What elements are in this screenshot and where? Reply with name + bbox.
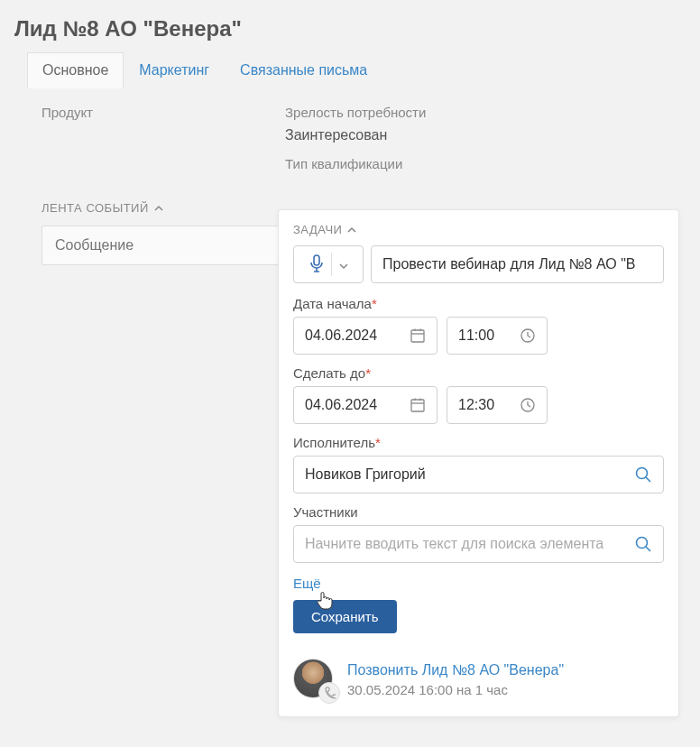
- chevron-up-icon: [347, 223, 356, 236]
- save-button[interactable]: Сохранить: [293, 600, 397, 633]
- tasks-header-text: ЗАДАЧИ: [293, 223, 342, 236]
- due-time-value: 12:30: [458, 397, 494, 413]
- svg-rect-1: [411, 330, 424, 342]
- due-date-label: Сделать до*: [293, 365, 664, 381]
- search-icon[interactable]: [634, 466, 652, 484]
- svg-line-14: [646, 547, 650, 551]
- participants-label: Участники: [293, 504, 664, 520]
- start-time-value: 11:00: [458, 327, 494, 344]
- chevron-up-icon: [154, 201, 163, 215]
- feed-header-text: ЛЕНТА СОБЫТИЙ: [41, 201, 149, 215]
- maturity-value: Заинтересован: [285, 127, 673, 143]
- voice-input-button[interactable]: [293, 245, 364, 283]
- participants-placeholder: Начните вводить текст для поиска элемент…: [305, 536, 603, 552]
- assignee-label: Исполнитель*: [293, 435, 664, 450]
- participants-input[interactable]: Начните вводить текст для поиска элемент…: [293, 525, 664, 563]
- calendar-icon: [410, 327, 426, 344]
- qualification-label: Тип квалификации: [285, 156, 673, 171]
- tab-related-emails[interactable]: Связанные письма: [225, 52, 382, 88]
- page-title: Лид №8 АО "Венера": [0, 0, 700, 52]
- existing-task-title[interactable]: Позвонить Лид №8 АО "Венера": [347, 662, 564, 678]
- chevron-down-icon: [339, 257, 348, 272]
- calendar-icon: [410, 397, 426, 413]
- message-input[interactable]: [41, 226, 285, 265]
- due-time-input[interactable]: 12:30: [447, 386, 548, 424]
- assignee-value: Новиков Григорий: [305, 466, 426, 483]
- microphone-icon: [309, 254, 324, 275]
- due-date-input[interactable]: 04.06.2024: [293, 386, 438, 424]
- tab-main[interactable]: Основное: [27, 52, 124, 88]
- tabs: Основное Маркетинг Связанные письма: [13, 52, 700, 88]
- due-date-value: 04.06.2024: [305, 397, 377, 413]
- search-icon[interactable]: [634, 535, 652, 553]
- phone-icon: [318, 682, 340, 704]
- tasks-panel: ЗАДАЧИ Дата начала* 04.06.2024 11:00: [278, 209, 679, 717]
- svg-point-13: [637, 538, 648, 549]
- existing-task-meta: 30.05.2024 16:00 на 1 час: [347, 682, 564, 697]
- svg-line-12: [646, 477, 650, 482]
- more-link[interactable]: Ещё: [293, 576, 321, 591]
- svg-point-11: [637, 468, 648, 479]
- clock-icon: [520, 397, 536, 413]
- start-date-input[interactable]: 04.06.2024: [293, 317, 438, 355]
- clock-icon: [520, 327, 536, 344]
- product-label: Продукт: [41, 105, 285, 120]
- assignee-input[interactable]: Новиков Григорий: [293, 456, 664, 493]
- start-date-label: Дата начала*: [293, 296, 664, 311]
- svg-rect-0: [314, 255, 319, 265]
- feed-section-header[interactable]: ЛЕНТА СОБЫТИЙ: [41, 201, 285, 215]
- start-date-value: 04.06.2024: [305, 327, 377, 344]
- existing-task-item[interactable]: Позвонить Лид №8 АО "Венера" 30.05.2024 …: [293, 651, 664, 700]
- task-title-input[interactable]: [371, 245, 664, 283]
- avatar: [293, 659, 335, 700]
- start-time-input[interactable]: 11:00: [447, 317, 548, 355]
- svg-rect-6: [411, 400, 424, 411]
- maturity-label: Зрелость потребности: [285, 105, 673, 120]
- tasks-section-header[interactable]: ЗАДАЧИ: [293, 223, 664, 236]
- tab-marketing[interactable]: Маркетинг: [124, 52, 225, 88]
